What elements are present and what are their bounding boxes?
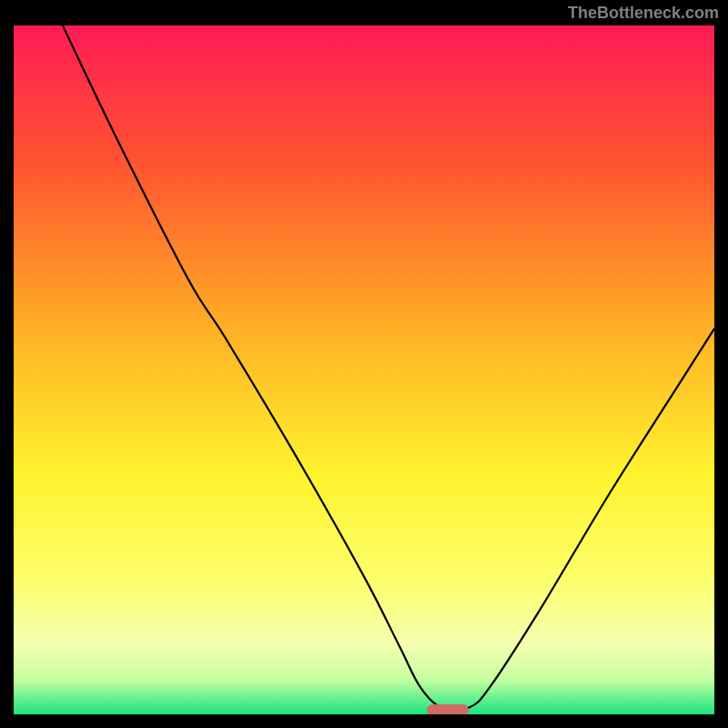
plot-area — [14, 25, 714, 714]
curve-line — [14, 25, 714, 714]
minimum-marker — [427, 704, 469, 714]
watermark-text: TheBottleneck.com — [568, 4, 719, 23]
